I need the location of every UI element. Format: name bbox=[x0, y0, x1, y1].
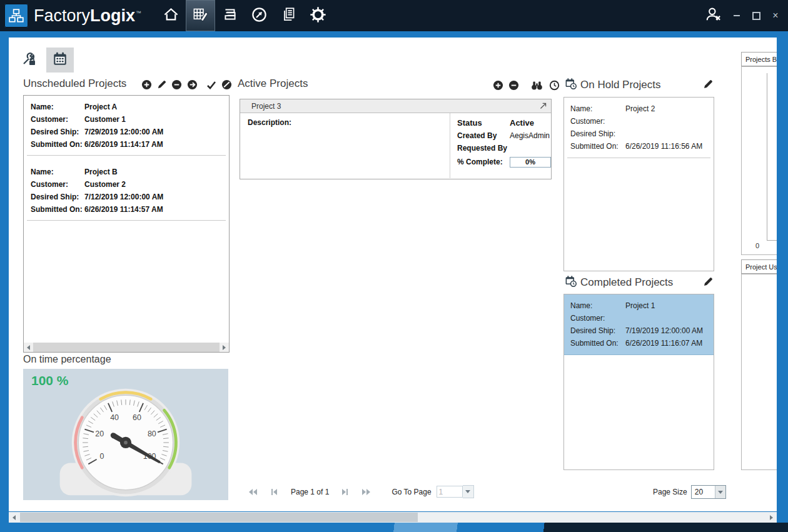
tab-project-tools[interactable] bbox=[15, 48, 43, 73]
projects-by-panel-tab[interactable]: Projects B bbox=[741, 52, 777, 66]
field-label: Name: bbox=[570, 103, 625, 115]
chevron-down-icon bbox=[465, 490, 470, 493]
field-label: Submitted On: bbox=[570, 140, 625, 153]
expand-card-button[interactable] bbox=[539, 102, 547, 110]
project-submitted-on: 6/26/2019 11:14:57 AM bbox=[84, 203, 223, 216]
maximize-icon bbox=[752, 12, 760, 20]
app-logo-icon bbox=[4, 4, 28, 28]
field-label: Name: bbox=[31, 101, 84, 113]
add-project-button[interactable] bbox=[141, 79, 152, 90]
titlebar: FactoryLogix™ bbox=[0, 0, 788, 31]
last-page-icon-2 bbox=[366, 489, 370, 495]
tab-schedule[interactable] bbox=[46, 48, 74, 73]
page-size-label: Page Size bbox=[653, 488, 687, 496]
arrow-right-circle-icon bbox=[187, 79, 198, 90]
go-to-page-dropdown-button[interactable] bbox=[463, 485, 474, 498]
active-project-card-body: Description: StatusActive Created ByAegi… bbox=[240, 113, 551, 178]
chart-y-axis bbox=[767, 73, 767, 241]
project-us-panel-tab[interactable]: Project Us bbox=[741, 259, 777, 274]
scrollbar-thumb[interactable] bbox=[33, 343, 220, 352]
page-size-select[interactable]: 20 bbox=[691, 485, 726, 499]
go-to-page-input[interactable] bbox=[437, 486, 463, 498]
history-button[interactable] bbox=[548, 79, 560, 91]
approve-project-button[interactable] bbox=[206, 80, 216, 90]
field-label: Customer: bbox=[31, 113, 84, 126]
logout-user-button[interactable] bbox=[704, 6, 722, 25]
plus-circle-icon bbox=[493, 80, 503, 91]
on-hold-projects-title: On Hold Projects bbox=[580, 79, 661, 91]
edit-project-button[interactable] bbox=[157, 80, 166, 89]
last-page-button[interactable] bbox=[359, 487, 373, 497]
page-size-dropdown-button[interactable] bbox=[715, 486, 725, 498]
expand-icon bbox=[539, 102, 547, 110]
nav-settings-button[interactable] bbox=[303, 0, 333, 31]
chart-axis-zero-label: 0 bbox=[755, 242, 759, 249]
pagination-bar: Page 1 of 1 Go To Page bbox=[246, 485, 474, 498]
nav-home-button[interactable] bbox=[156, 0, 186, 31]
list-item[interactable]: Name:Project 2 Customer: Desired Ship: S… bbox=[567, 98, 710, 158]
project-submitted-on: 6/26/2019 11:14:17 AM bbox=[84, 138, 223, 151]
on-time-percentage-title: On time percentage bbox=[23, 354, 111, 365]
list-item[interactable]: Name:Project A Customer:Customer 1 Desir… bbox=[27, 96, 226, 156]
completed-projects-list: Name:Project 1 Customer: Desired Ship:7/… bbox=[563, 294, 714, 470]
edit-on-hold-button[interactable] bbox=[703, 79, 713, 89]
page-indicator: Page 1 of 1 bbox=[291, 488, 329, 496]
project-us-panel bbox=[741, 274, 777, 470]
user-x-icon bbox=[704, 6, 722, 26]
search-projects-button[interactable] bbox=[530, 79, 543, 92]
check-icon bbox=[206, 80, 216, 90]
scroll-right-button[interactable] bbox=[766, 512, 777, 523]
nav-materials-button[interactable] bbox=[215, 0, 245, 31]
close-button[interactable]: × bbox=[770, 11, 780, 21]
previous-page-button[interactable] bbox=[267, 487, 281, 497]
field-label: Desired Ship: bbox=[31, 191, 84, 203]
active-toolbar bbox=[493, 79, 560, 92]
maximize-button[interactable] bbox=[751, 11, 761, 21]
project-customer bbox=[625, 115, 708, 128]
minimize-button[interactable] bbox=[732, 11, 742, 21]
active-project-card-header: Project 3 bbox=[240, 99, 551, 113]
project-customer: Customer 1 bbox=[84, 113, 223, 126]
project-name: Project 1 bbox=[625, 299, 708, 312]
scrollbar-thumb[interactable] bbox=[20, 513, 418, 522]
nav-production-button[interactable] bbox=[245, 0, 274, 31]
project-customer bbox=[625, 312, 708, 324]
previous-page-icon bbox=[273, 489, 277, 495]
main-nav bbox=[156, 0, 333, 31]
projects-by-chart-panel: 0 bbox=[741, 66, 777, 255]
status-label: Status bbox=[457, 117, 510, 129]
calendar-clock-icon bbox=[565, 78, 577, 93]
add-active-project-button[interactable] bbox=[493, 80, 503, 91]
nav-planning-button[interactable] bbox=[186, 0, 215, 31]
scroll-right-button[interactable] bbox=[220, 343, 229, 352]
clock-icon bbox=[548, 79, 560, 91]
nav-documents-button[interactable] bbox=[274, 0, 303, 31]
window-horizontal-scrollbar[interactable] bbox=[9, 512, 777, 523]
next-page-button[interactable] bbox=[338, 487, 351, 497]
compass-arrow-icon bbox=[251, 6, 268, 26]
list-item[interactable]: Name:Project B Customer:Customer 2 Desir… bbox=[27, 161, 226, 221]
list-item-selected[interactable]: Name:Project 1 Customer: Desired Ship:7/… bbox=[564, 294, 714, 355]
gauge-tick-label: 60 bbox=[133, 413, 141, 422]
remove-active-project-button[interactable] bbox=[508, 80, 519, 91]
scroll-left-button[interactable] bbox=[9, 512, 19, 523]
active-project-card[interactable]: Project 3 Description: StatusActive Crea… bbox=[240, 99, 552, 179]
horizontal-scrollbar[interactable] bbox=[24, 343, 229, 352]
close-icon: × bbox=[772, 11, 778, 21]
status-value: Active bbox=[510, 117, 546, 129]
gauge-tick-label: 0 bbox=[99, 452, 104, 461]
edit-completed-button[interactable] bbox=[703, 277, 713, 287]
field-label: Submitted On: bbox=[31, 203, 84, 216]
remove-project-button[interactable] bbox=[171, 79, 182, 90]
scroll-left-button[interactable] bbox=[24, 343, 33, 352]
percent-complete-label: % Complete: bbox=[457, 156, 510, 168]
move-project-button[interactable] bbox=[187, 79, 198, 90]
minus-circle-icon bbox=[171, 79, 182, 90]
wrench-lock-icon bbox=[21, 51, 36, 69]
reject-project-button[interactable] bbox=[221, 79, 232, 90]
prev-bar-icon bbox=[271, 489, 273, 495]
first-page-button[interactable] bbox=[246, 487, 260, 497]
on-hold-header: On Hold Projects bbox=[565, 78, 661, 93]
next-bar-icon bbox=[346, 489, 348, 495]
project-desired-ship: 7/19/2019 12:00:00 AM bbox=[625, 324, 708, 337]
